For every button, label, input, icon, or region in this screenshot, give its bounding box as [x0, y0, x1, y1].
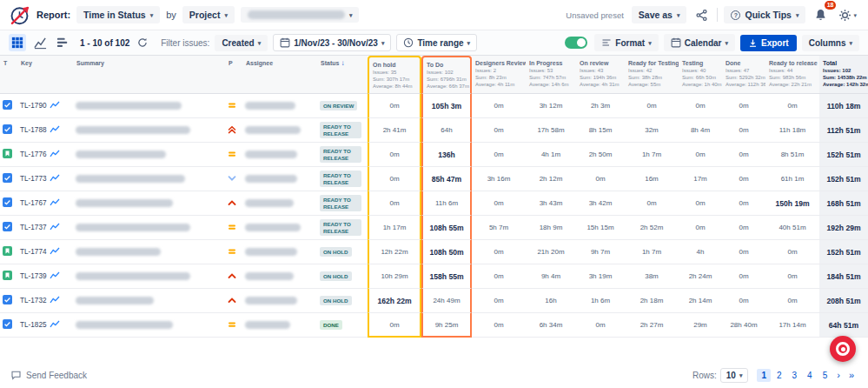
page-button-1[interactable]: 1 — [757, 369, 771, 382]
save-as-button[interactable]: Save as ▾ — [632, 6, 687, 23]
column-header-designers-review[interactable]: Designers ReviewIssues: 2Sum: 8h 23mAver… — [472, 56, 526, 94]
column-header-ready-to-release[interactable]: Ready to releaseIssues: 44Sum: 983h 56mA… — [765, 56, 819, 94]
table-row[interactable]: TL-1790ON REVIEW0m105h 3m0m3h 12m2h 3m0m… — [0, 94, 868, 118]
format-dropdown[interactable]: Format ▾ — [594, 34, 658, 51]
page-button-2[interactable]: 2 — [772, 369, 786, 382]
time-range-dropdown[interactable]: Time range ▾ — [396, 34, 477, 51]
page-button-3[interactable]: 3 — [788, 369, 802, 382]
issue-key-link[interactable]: TL-1776 — [20, 151, 47, 158]
table-row[interactable]: TL-1737READY TO RELEASE1h 17m108h 55m5h … — [0, 216, 868, 240]
send-feedback-link[interactable]: Send Feedback — [10, 370, 87, 380]
trend-chart-icon[interactable] — [50, 174, 60, 184]
column-header-to-do[interactable]: To DoIssues: 102Sum: 6796h 31mAverage: 6… — [421, 56, 472, 94]
issue-key-link[interactable]: TL-1767 — [20, 199, 47, 207]
export-button[interactable]: Export — [740, 35, 797, 51]
time-cell: 158h 55m — [421, 264, 472, 289]
time-cell: 16m — [625, 167, 679, 191]
date-range-picker[interactable]: 1/Nov/23 - 30/Nov/23 ▾ — [273, 34, 391, 51]
issue-key-link[interactable]: TL-1790 — [20, 102, 47, 110]
table-row[interactable]: TL-1767READY TO RELEASE0m11h 6m0m3h 43m3… — [0, 191, 868, 216]
issue-key-link[interactable]: TL-1739 — [20, 272, 47, 280]
next-page-icon[interactable]: › — [833, 368, 844, 382]
table-row[interactable]: TL-1788READY TO RELEASE2h 41m64h0m17h 58… — [0, 118, 868, 143]
column-header-status[interactable]: Status↓ — [317, 56, 368, 94]
column-header-testing[interactable]: TestingIssues: 40Sum: 66h 50mAverage: 1h… — [679, 56, 722, 94]
notifications-bell-icon[interactable]: 18 — [812, 5, 830, 24]
calendar-dropdown[interactable]: Calendar ▾ — [664, 34, 735, 51]
status-cell: DONE — [317, 313, 368, 338]
time-cell: 0m — [722, 216, 765, 240]
columns-dropdown[interactable]: Columns ▾ — [802, 35, 859, 51]
column-header-total[interactable]: TotalIssues: 102Sum: 14538h 22mAverage: … — [819, 56, 868, 94]
time-cell: 0m — [625, 191, 679, 216]
table-row[interactable]: TL-1739ON HOLD10h 29m158h 55m0m9h 4m3h 1… — [0, 264, 868, 289]
column-label: Designers Review — [475, 60, 526, 66]
trend-chart-icon[interactable] — [50, 247, 60, 257]
table-row[interactable]: TL-1732ON HOLD162h 22m24h 49m0m16h1h 6m2… — [0, 289, 868, 313]
time-cell: 0m — [472, 143, 526, 167]
group-by-dropdown[interactable]: Project ▾ — [182, 6, 235, 23]
trend-chart-icon[interactable] — [50, 125, 60, 135]
issue-key-link[interactable]: TL-1788 — [20, 126, 47, 134]
trend-chart-icon[interactable] — [50, 271, 60, 281]
created-filter-dropdown[interactable]: Created ▾ — [215, 35, 268, 51]
format-toggle[interactable] — [565, 37, 587, 49]
unsaved-preset-label: Unsaved preset — [566, 10, 624, 20]
share-icon[interactable] — [692, 6, 711, 24]
issue-key-link[interactable]: TL-1774 — [20, 248, 47, 256]
chevron-down-icon: ▾ — [648, 40, 652, 46]
column-header-on-review[interactable]: On reviewIssues: 43Sum: 194h 36mAverage:… — [576, 56, 625, 94]
trend-chart-icon[interactable] — [50, 320, 60, 330]
summary-cell — [73, 118, 225, 143]
priority-lowest-icon — [228, 174, 236, 184]
report-type-dropdown[interactable]: Time in Status ▾ — [76, 6, 160, 23]
table-row[interactable]: TL-1773READY TO RELEASE0m85h 47m3h 16m2h… — [0, 167, 868, 191]
time-cell: 24h 49m — [421, 289, 472, 313]
issue-key-link[interactable]: TL-1732 — [20, 297, 47, 304]
calendar-label: Calendar — [685, 38, 722, 48]
rows-per-page-dropdown[interactable]: 10 ▾ — [720, 368, 749, 383]
trend-chart-icon[interactable] — [50, 150, 60, 159]
column-stat: Issues: 102 — [427, 69, 467, 76]
page-button-5[interactable]: 5 — [818, 369, 832, 382]
assignee-cell — [242, 143, 317, 167]
column-stat: Sum: 66h 50m — [682, 74, 719, 81]
table-row[interactable]: TL-1776READY TO RELEASE0m136h0m4h 1m2h 5… — [0, 143, 868, 167]
export-label: Export — [761, 38, 789, 48]
time-cell: 29m — [679, 313, 722, 338]
time-cell: 11h 18m — [765, 118, 819, 143]
sort-descending-icon[interactable]: ↓ — [341, 59, 344, 67]
time-cell: 136h — [421, 143, 472, 167]
column-header-ready-for-testing[interactable]: Ready for TestingIssues: 42Sum: 38h 28mA… — [625, 56, 679, 94]
issue-type-cell — [0, 167, 17, 191]
table-row[interactable]: TL-1825DONE0m9h 25m0m6h 34m0m2h 27m29m28… — [0, 313, 868, 338]
status-cell: READY TO RELEASE — [317, 143, 368, 167]
trend-chart-icon[interactable] — [50, 296, 60, 305]
column-header-on-hold[interactable]: On holdIssues: 35Sum: 307h 17mAverage: 8… — [368, 56, 421, 94]
trend-chart-icon[interactable] — [50, 223, 60, 232]
page-button-4[interactable]: 4 — [803, 369, 817, 382]
issue-key-link[interactable]: TL-1773 — [20, 175, 47, 183]
issue-key-link[interactable]: TL-1737 — [20, 224, 47, 231]
issue-key-link[interactable]: TL-1825 — [20, 321, 47, 329]
column-header-in-progress[interactable]: In ProgressIssues: 53Sum: 747h 57mAverag… — [526, 56, 576, 94]
chart-view-button[interactable] — [31, 34, 49, 51]
settings-gear-icon[interactable]: ▾ — [836, 6, 859, 24]
time-cell: 15h 15m — [576, 216, 625, 240]
time-cell: 9h 4m — [526, 264, 576, 289]
column-header-done[interactable]: DoneIssues: 47Sum: 5292h 32mAverage: 112… — [722, 56, 765, 94]
project-selector-dropdown[interactable]: ▾ — [241, 7, 360, 23]
table-view-button[interactable] — [9, 34, 26, 51]
help-widget-button[interactable] — [830, 336, 856, 362]
last-page-icon[interactable]: » — [845, 368, 858, 382]
quick-tips-button[interactable]: ? Quick Tips ▾ — [724, 6, 805, 23]
trend-chart-icon[interactable] — [50, 198, 60, 208]
issue-key-cell: TL-1739 — [17, 264, 73, 289]
columns-label: Columns — [809, 38, 846, 48]
time-cell: 11h 6m — [421, 191, 472, 216]
trend-chart-icon[interactable] — [50, 101, 60, 110]
refresh-icon[interactable] — [135, 35, 150, 50]
list-view-button[interactable] — [54, 34, 71, 51]
priority-high-icon — [228, 271, 236, 282]
table-row[interactable]: TL-1774ON HOLD12h 22m108h 50m0m21h 20m9h… — [0, 240, 868, 264]
